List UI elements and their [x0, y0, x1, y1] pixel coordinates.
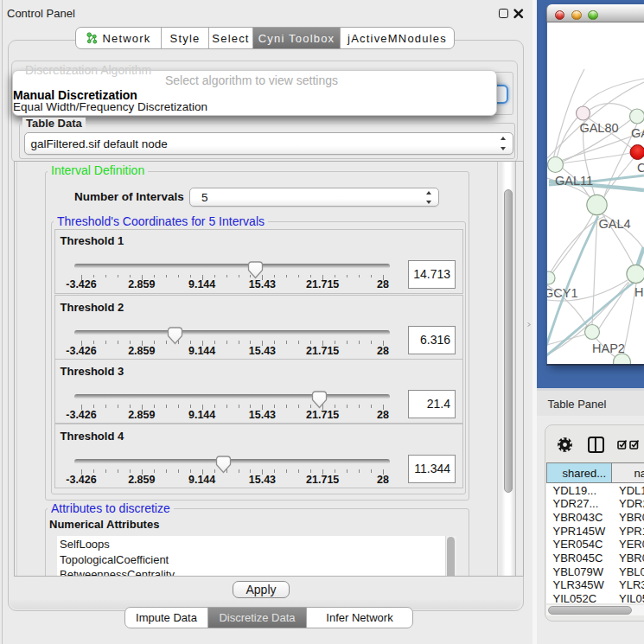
svg-text:GAL4: GAL4 [598, 217, 630, 231]
svg-text:HAP2: HAP2 [592, 341, 625, 355]
svg-text:GCY1: GCY1 [547, 286, 578, 300]
svg-text:HIS: HIS [634, 285, 644, 299]
svg-text:GAL11: GAL11 [555, 174, 593, 188]
svg-text:CY: CY [637, 161, 644, 175]
svg-text:GAL80: GAL80 [579, 121, 618, 135]
svg-text:GAL7: GAL7 [631, 126, 644, 140]
